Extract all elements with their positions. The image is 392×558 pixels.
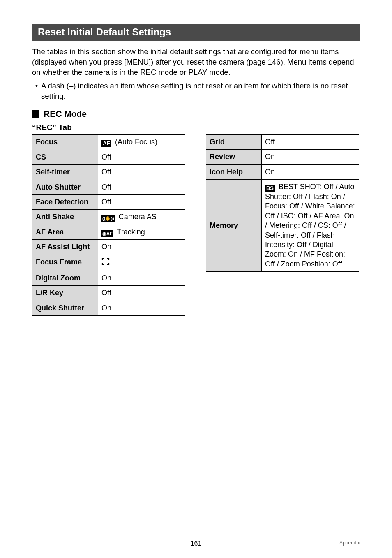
table-row: Grid Off (206, 134, 359, 149)
bullet-dot-icon: • (32, 81, 41, 102)
row-label: AF Assist Light (32, 240, 98, 255)
table-row: Digital Zoom On (32, 271, 185, 285)
rec-tab-label: “REC” Tab (32, 123, 360, 132)
row-value: Off (98, 286, 185, 301)
row-label: Memory (206, 180, 262, 272)
focus-frame-icon (101, 257, 110, 268)
footer-appendix: Appendix (339, 540, 360, 546)
row-value: ◉AF Tracking (98, 225, 185, 239)
section-title: Reset Initial Default Settings (32, 24, 360, 41)
table-row: CS Off (32, 150, 185, 164)
row-value: On (98, 271, 185, 285)
row-label: Focus (32, 134, 98, 150)
row-value: Off (262, 134, 359, 149)
bullet-item: • A dash (–) indicates an item whose set… (32, 81, 360, 102)
row-label: Icon Help (206, 164, 262, 179)
table-row: Self-timer Off (32, 165, 185, 180)
table-row: Face Detection Off (32, 194, 185, 209)
row-label: CS (32, 150, 98, 164)
row-value (98, 255, 185, 271)
table-row: Review On (206, 150, 359, 164)
table-row: Quick Shutter On (32, 301, 185, 315)
row-label: Review (206, 150, 262, 164)
row-label: Quick Shutter (32, 301, 98, 315)
row-value: AF (Auto Focus) (98, 134, 185, 150)
memory-value-text: BEST SHOT: Off / Auto Shutter: Off / Fla… (265, 183, 355, 268)
table-row: Focus Frame (32, 255, 185, 271)
tracking-icon: ◉AF (101, 230, 113, 237)
row-value: On (98, 301, 185, 315)
best-shot-icon: BS (265, 185, 275, 192)
rec-mode-heading-text: REC Mode (44, 109, 87, 119)
row-label: Anti Shake (32, 210, 98, 225)
page-footer: 161 Appendix (32, 538, 360, 546)
table-row: AF Area ◉AF Tracking (32, 225, 185, 239)
settings-table-left: Focus AF (Auto Focus) CS Off Self-timer … (32, 134, 185, 316)
row-label: Digital Zoom (32, 271, 98, 285)
row-label: Face Detection (32, 194, 98, 209)
row-value: Off (98, 180, 185, 194)
table-row: Auto Shutter Off (32, 180, 185, 194)
row-value-text: Tracking (115, 228, 145, 236)
row-label: Focus Frame (32, 255, 98, 271)
row-value: Off (98, 150, 185, 164)
row-value: ((✋)) Camera AS (98, 210, 185, 225)
anti-shake-icon: ((✋)) (101, 215, 115, 222)
row-label: Auto Shutter (32, 180, 98, 194)
row-value-text: (Auto Focus) (113, 138, 157, 146)
page-number: 161 (191, 540, 202, 547)
row-value: Off (98, 194, 185, 209)
table-row: Focus AF (Auto Focus) (32, 134, 185, 150)
row-value: Off (98, 165, 185, 180)
row-value: On (262, 150, 359, 164)
intro-paragraph: The tables in this section show the init… (32, 47, 360, 78)
row-label: Self-timer (32, 165, 98, 180)
row-value: On (98, 240, 185, 255)
row-value: On (262, 164, 359, 179)
table-row: AF Assist Light On (32, 240, 185, 255)
row-value-text: Camera AS (117, 213, 157, 221)
row-label: AF Area (32, 225, 98, 239)
row-value: BS BEST SHOT: Off / Auto Shutter: Off / … (262, 180, 359, 272)
row-label: Grid (206, 134, 262, 149)
table-row: Memory BS BEST SHOT: Off / Auto Shutter:… (206, 180, 359, 272)
table-row: Icon Help On (206, 164, 359, 179)
rec-mode-heading: REC Mode (32, 109, 360, 119)
table-row: Anti Shake ((✋)) Camera AS (32, 210, 185, 225)
af-icon: AF (101, 140, 111, 147)
settings-table-right: Grid Off Review On Icon Help On Memory B… (206, 134, 359, 272)
table-row: L/R Key Off (32, 286, 185, 301)
square-bullet-icon (32, 110, 39, 118)
bullet-text: A dash (–) indicates an item whose setti… (41, 81, 360, 102)
row-label: L/R Key (32, 286, 98, 301)
